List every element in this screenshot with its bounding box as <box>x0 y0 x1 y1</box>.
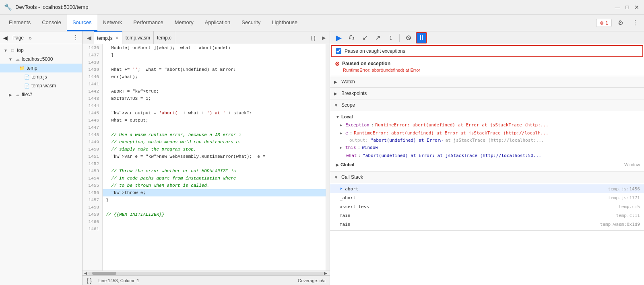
code-content[interactable]: Module[ onAbort ](what); what = abort(un… <box>103 44 326 271</box>
step-button[interactable]: ⤵ <box>385 32 396 43</box>
tab-tempc-label: temp.c <box>157 35 171 41</box>
tab-security[interactable]: Security <box>236 14 266 31</box>
callstack-section-header[interactable]: ▼ Call Stack <box>330 171 644 183</box>
code-line[interactable] <box>103 204 326 211</box>
active-arrow-icon: ➤ <box>340 186 343 192</box>
code-line[interactable]: what += ''; what = "abort(undefined) at … <box>103 66 326 73</box>
tab-network[interactable]: Network <box>97 14 128 31</box>
local-scope-header[interactable]: ▼ Local <box>330 112 644 121</box>
code-line[interactable] <box>103 81 326 88</box>
title-bar: 🔧 DevTools - localhost:5000/temp — □ ✕ <box>0 0 644 14</box>
scroll-left-icon[interactable]: ◀ <box>84 271 88 275</box>
pause-exceptions-button[interactable]: ⏸ <box>416 32 427 43</box>
tab-lighthouse[interactable]: Lighthouse <box>266 14 303 31</box>
sidebar-chevron[interactable]: » <box>29 35 32 41</box>
pause-exceptions-row: Pause on caught exceptions <box>331 45 643 57</box>
resume-button[interactable]: ▶ <box>333 32 345 43</box>
line-number: 1443 <box>83 95 102 102</box>
scroll-track[interactable] <box>88 272 324 275</box>
step-into-button[interactable]: ↙ <box>359 32 370 43</box>
editor-tab-tempjs[interactable]: temp.js ✕ <box>94 31 122 44</box>
vertical-scrollbar[interactable] <box>326 44 330 271</box>
expand-icon[interactable]: ▶ <box>340 130 342 136</box>
code-line[interactable]: "kw">var output = 'abort(' + what + ') a… <box>103 109 326 117</box>
code-line[interactable]: // Use a wasm runtime error, because a J… <box>103 131 326 138</box>
tab-console[interactable]: Console <box>36 14 67 31</box>
close-tab-tempjs[interactable]: ✕ <box>115 35 119 41</box>
code-line[interactable]: // {{MEM_INITIALIZER}} <box>103 211 326 218</box>
page-tab[interactable]: Page <box>9 35 27 41</box>
global-scope-header[interactable]: ▶ Global Window <box>330 160 644 169</box>
format-button[interactable]: { } <box>309 33 318 42</box>
tree-item-temp-js[interactable]: 📄 temp.js <box>0 72 82 81</box>
breakpoints-section-header[interactable]: ▶ Breakpoints <box>330 88 644 99</box>
tree-item-top[interactable]: ▼ □ top <box>0 46 82 55</box>
code-line[interactable] <box>103 124 326 131</box>
code-line[interactable] <box>103 218 326 225</box>
code-line[interactable]: Module[ onAbort ](what); what = abort(un… <box>103 44 326 52</box>
sidebar-back-icon[interactable]: ◀ <box>3 35 8 41</box>
maximize-button[interactable]: □ <box>624 4 630 10</box>
tab-memory[interactable]: Memory <box>169 14 199 31</box>
callstack-item-abort2[interactable]: _abort temp.js:1771 <box>330 193 644 202</box>
minimize-button[interactable]: — <box>614 4 621 10</box>
code-line[interactable]: "kw">throw e; <box>103 189 326 196</box>
code-line[interactable]: // exception, which means we'd run destr… <box>103 138 326 146</box>
tree-item-temp-wasm[interactable]: 📄 temp.wasm <box>0 81 82 90</box>
tree-item-localhost[interactable]: ▼ ☁ localhost:5000 <box>0 55 82 64</box>
tree-item-temp-folder[interactable]: 📁 temp <box>0 64 82 72</box>
code-line[interactable] <box>103 225 326 233</box>
callstack-item-abort[interactable]: ➤ abort temp.js:1456 <box>330 184 644 193</box>
tree-item-file[interactable]: ▶ ☁ file:// <box>0 90 82 99</box>
code-line[interactable]: } <box>103 52 326 59</box>
coverage-status: Coverage: n/a <box>298 278 326 283</box>
format-icon[interactable]: { } <box>87 277 92 284</box>
editor-back-button[interactable]: ◀ <box>84 33 94 43</box>
deactivate-breakpoints-button[interactable] <box>403 32 414 43</box>
code-line[interactable]: } <box>103 196 326 204</box>
code-line[interactable] <box>103 102 326 109</box>
code-line[interactable]: // simply make the program stop. <box>103 146 326 153</box>
step-out-button[interactable]: ↗ <box>372 32 383 43</box>
close-button[interactable]: ✕ <box>634 4 640 10</box>
editor-tab-tempc[interactable]: temp.c <box>154 31 175 44</box>
expand-icon[interactable]: ▶ <box>340 145 342 151</box>
code-line[interactable]: // Throw the error whether or not MODULA… <box>103 167 326 175</box>
callstack-item-assert-less[interactable]: assert_less temp.c:5 <box>330 202 644 211</box>
folder-icon: 📁 <box>19 65 25 71</box>
editor-tab-bar: ◀ temp.js ✕ temp.wasm temp.c { } ▶ <box>83 31 330 44</box>
scope-item-exception: ▶ Exception : RuntimeError: abort(undefi… <box>330 121 644 129</box>
expand-icon[interactable]: ▶ <box>340 122 342 128</box>
scroll-right-icon[interactable]: ▶ <box>324 271 328 275</box>
sidebar-more-button[interactable]: ⋮ <box>72 34 79 41</box>
scope-item-e: ▶ e : RuntimeError: abort(undefined) at … <box>330 129 644 137</box>
scope-section-header[interactable]: ▼ Scope <box>330 99 644 111</box>
tab-sources[interactable]: Sources <box>67 14 97 31</box>
code-line[interactable] <box>103 160 326 167</box>
step-over-button[interactable] <box>346 32 357 43</box>
watch-section-header[interactable]: ▶ Watch <box>330 76 644 87</box>
code-line[interactable]: // in code paths apart from instantiatio… <box>103 175 326 182</box>
wasm-file-icon: 📄 <box>24 83 30 89</box>
error-count-badge[interactable]: ⊗ 1 <box>596 19 612 27</box>
horizontal-scrollbar[interactable]: ◀ ▶ <box>83 271 330 275</box>
tab-performance[interactable]: Performance <box>128 14 169 31</box>
tab-elements[interactable]: Elements <box>3 14 36 31</box>
code-line[interactable]: // to be thrown when abort is called. <box>103 182 326 189</box>
code-line[interactable] <box>103 59 326 66</box>
code-line[interactable]: EXITSTATUS = 1; <box>103 95 326 102</box>
play-snippets-button[interactable]: ▶ <box>319 33 328 42</box>
callstack-item-main[interactable]: main temp.c:11 <box>330 211 644 220</box>
settings-button[interactable]: ⚙ <box>615 17 626 29</box>
scroll-thumb[interactable] <box>92 272 116 275</box>
line-number: 1459 <box>83 211 102 218</box>
editor-tab-tempwasm[interactable]: temp.wasm <box>122 31 154 44</box>
code-line[interactable]: "kw">var e = "kw">new WebAssembly.Runtim… <box>103 153 326 160</box>
more-button[interactable]: ⋮ <box>630 17 641 29</box>
tab-application[interactable]: Application <box>199 14 236 31</box>
code-line[interactable]: err(what); <box>103 73 326 81</box>
code-line[interactable]: ABORT = "kw">true; <box>103 88 326 95</box>
code-line[interactable]: what = output; <box>103 117 326 124</box>
callstack-item-main-wasm[interactable]: main temp.wasm:0x1d9 <box>330 220 644 229</box>
pause-exceptions-checkbox[interactable] <box>336 48 341 54</box>
